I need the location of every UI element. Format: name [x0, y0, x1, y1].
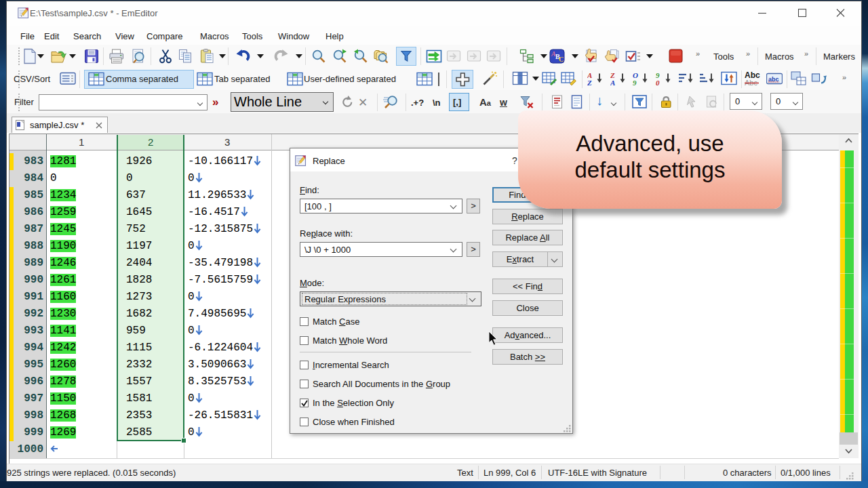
- svg-text:9: 9: [633, 79, 637, 87]
- svg-text:A: A: [587, 71, 592, 79]
- svg-text:O: O: [633, 71, 638, 79]
- svg-text:Z: Z: [610, 71, 615, 79]
- svg-text:0: 0: [656, 79, 660, 87]
- svg-text:9: 9: [656, 71, 660, 79]
- svg-text:A: A: [610, 79, 615, 87]
- svg-text:Z: Z: [587, 79, 592, 87]
- svg-text:abc: abc: [768, 76, 779, 83]
- svg-text:C: C: [559, 56, 564, 63]
